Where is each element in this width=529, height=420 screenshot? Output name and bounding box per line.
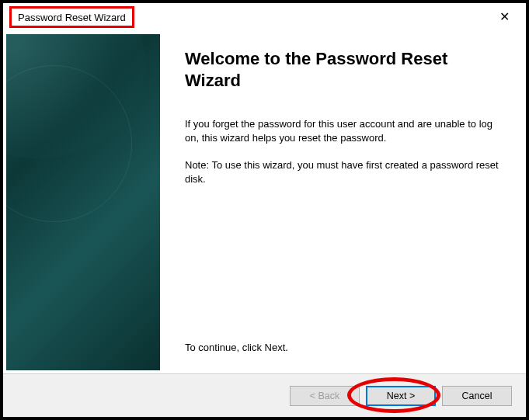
content-area: Welcome to the Password Reset Wizard If …: [3, 31, 526, 373]
wizard-side-graphic: [6, 34, 160, 370]
title-highlight-annotation: Password Reset Wizard: [9, 6, 134, 28]
close-button[interactable]: ✕: [490, 6, 518, 28]
wizard-window: Password Reset Wizard ✕ Welcome to the P…: [0, 0, 529, 420]
close-icon: ✕: [499, 11, 510, 23]
back-button: < Back: [290, 386, 360, 406]
cancel-button[interactable]: Cancel: [442, 386, 512, 406]
wizard-description: If you forget the password for this user…: [185, 117, 504, 144]
window-title: Password Reset Wizard: [18, 12, 126, 23]
main-panel: Welcome to the Password Reset Wizard If …: [160, 31, 526, 373]
wizard-note: Note: To use this wizard, you must have …: [185, 158, 504, 186]
continue-instruction: To continue, click Next.: [185, 342, 504, 353]
button-bar: < Back Next > Cancel: [3, 373, 526, 417]
titlebar: Password Reset Wizard ✕: [3, 3, 526, 31]
next-button[interactable]: Next >: [366, 386, 436, 406]
wizard-heading: Welcome to the Password Reset Wizard: [185, 48, 504, 91]
